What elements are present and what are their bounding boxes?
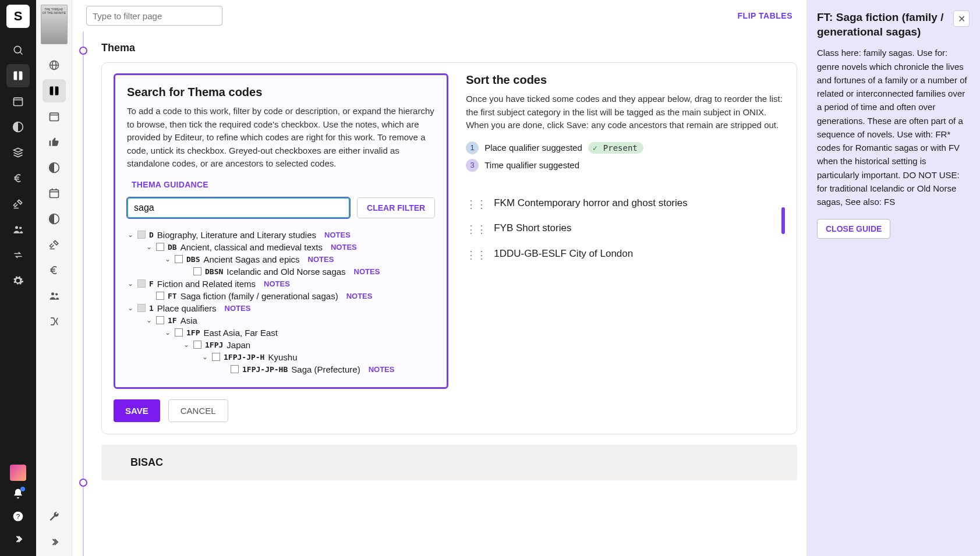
notes-link[interactable]: NOTES bbox=[264, 279, 290, 288]
assigned-code-text: FYB Short stories bbox=[494, 222, 571, 234]
user-avatar[interactable] bbox=[10, 465, 26, 481]
help-icon[interactable]: ? bbox=[12, 511, 24, 525]
tree-checkbox[interactable] bbox=[212, 353, 220, 361]
book-icon[interactable] bbox=[6, 64, 30, 87]
chevron-down-icon[interactable]: ⌄ bbox=[127, 304, 134, 312]
qualifier-text: Time qualifier suggested bbox=[484, 160, 579, 170]
flip-tables-button[interactable]: FLIP TABLES bbox=[738, 11, 793, 20]
contrast-icon-2[interactable] bbox=[43, 156, 66, 179]
tree-checkbox[interactable] bbox=[231, 365, 239, 373]
svg-point-5 bbox=[15, 226, 18, 229]
notes-link[interactable]: NOTES bbox=[331, 243, 357, 252]
expand-icon[interactable] bbox=[12, 533, 24, 548]
section-title-thema: Thema bbox=[101, 31, 797, 62]
assigned-code-text: 1DDU-GB-ESLF City of London bbox=[494, 248, 633, 260]
tree-checkbox[interactable] bbox=[156, 292, 164, 300]
section-title-bisac: BISAC bbox=[130, 456, 797, 469]
notes-link[interactable]: NOTES bbox=[369, 365, 395, 374]
tree-checkbox[interactable] bbox=[156, 243, 164, 251]
thema-guidance-link[interactable]: THEMA GUIDANCE bbox=[127, 180, 208, 189]
svg-point-0 bbox=[14, 46, 21, 53]
assigned-code-row[interactable]: ⋮⋮FYB Short stories bbox=[466, 217, 785, 242]
notes-link[interactable]: NOTES bbox=[346, 292, 373, 300]
tree-code: D bbox=[149, 231, 154, 239]
gavel-icon[interactable] bbox=[6, 192, 30, 215]
tree-row: ⌄ 1FP East Asia, Far East bbox=[127, 327, 435, 339]
globe-icon[interactable] bbox=[43, 54, 66, 77]
qualifier-row-time: 3 Time qualifier suggested bbox=[466, 159, 785, 172]
book-thumbnail[interactable] bbox=[41, 5, 68, 44]
chevron-down-icon[interactable]: ⌄ bbox=[164, 255, 171, 263]
merge-icon[interactable] bbox=[43, 310, 66, 333]
svg-text:?: ? bbox=[16, 512, 20, 520]
assigned-code-row[interactable]: ⋮⋮1DDU-GB-ESLF City of London bbox=[466, 242, 785, 268]
tree-row: 1FPJ-JP-HB Saga (Prefecture)NOTES bbox=[127, 363, 435, 376]
transfer-icon[interactable] bbox=[6, 243, 30, 267]
contrast-icon-3[interactable] bbox=[43, 207, 66, 231]
tree-checkbox[interactable] bbox=[175, 328, 183, 337]
drag-handle-icon[interactable]: ⋮⋮ bbox=[466, 222, 487, 236]
layers-icon[interactable] bbox=[6, 141, 30, 164]
gavel-icon-2[interactable] bbox=[43, 233, 66, 256]
chevron-down-icon[interactable]: ⌄ bbox=[183, 341, 190, 349]
contrast-icon[interactable] bbox=[6, 115, 30, 139]
calendar-icon[interactable] bbox=[6, 90, 30, 113]
gear-icon[interactable] bbox=[6, 269, 30, 292]
tree-checkbox[interactable] bbox=[193, 341, 201, 349]
chevron-down-icon[interactable]: ⌄ bbox=[146, 243, 153, 251]
cancel-button[interactable]: CANCEL bbox=[168, 399, 228, 422]
page-filter-input[interactable] bbox=[86, 6, 222, 26]
book-open-icon[interactable] bbox=[43, 79, 66, 102]
thema-card: Search for Thema codes To add a code to … bbox=[101, 62, 797, 434]
tree-row: ⌄ DB Ancient, classical and medieval tex… bbox=[127, 241, 435, 253]
date-range-icon[interactable] bbox=[43, 182, 66, 205]
euro-icon-2[interactable] bbox=[43, 258, 66, 282]
selection-indicator bbox=[781, 207, 785, 234]
tree-checkbox[interactable] bbox=[193, 267, 201, 275]
tree-code: DB bbox=[168, 243, 177, 252]
notes-link[interactable]: NOTES bbox=[225, 304, 251, 313]
tree-label: Ancient, classical and medieval texts bbox=[181, 242, 323, 252]
topbar: FLIP TABLES bbox=[72, 0, 806, 31]
tree-label: Saga (Prefecture) bbox=[291, 364, 360, 374]
thema-filter-input[interactable] bbox=[127, 197, 350, 218]
chevron-down-icon[interactable]: ⌄ bbox=[164, 328, 171, 337]
app-logo[interactable]: S bbox=[6, 5, 30, 28]
qualifier-badge: 3 bbox=[466, 159, 479, 172]
people-icon[interactable] bbox=[6, 218, 30, 241]
euro-icon[interactable] bbox=[6, 167, 30, 190]
svg-rect-12 bbox=[49, 113, 58, 121]
search-icon[interactable] bbox=[6, 38, 30, 62]
notes-link[interactable]: NOTES bbox=[324, 231, 351, 239]
close-icon[interactable]: ✕ bbox=[953, 10, 970, 27]
notes-link[interactable]: NOTES bbox=[354, 267, 380, 276]
tree-code: 1 bbox=[149, 304, 154, 313]
collapse-icon[interactable] bbox=[43, 530, 66, 554]
chevron-down-icon[interactable]: ⌄ bbox=[127, 231, 134, 239]
tree-checkbox[interactable] bbox=[156, 316, 164, 324]
notifications-icon[interactable] bbox=[12, 488, 24, 502]
svg-rect-2 bbox=[14, 98, 23, 105]
chevron-down-icon[interactable]: ⌄ bbox=[201, 353, 208, 361]
svg-rect-15 bbox=[49, 190, 58, 197]
thumbs-up-icon[interactable] bbox=[43, 130, 66, 154]
chevron-down-icon[interactable]: ⌄ bbox=[127, 279, 134, 288]
date-icon[interactable] bbox=[43, 105, 66, 128]
clear-filter-button[interactable]: CLEAR FILTER bbox=[357, 197, 435, 218]
notes-link[interactable]: NOTES bbox=[308, 255, 334, 264]
drag-handle-icon[interactable]: ⋮⋮ bbox=[466, 248, 487, 262]
chevron-down-icon[interactable]: ⌄ bbox=[146, 316, 153, 324]
primary-nav: S bbox=[0, 0, 36, 556]
tree-checkbox[interactable] bbox=[175, 255, 183, 263]
close-guide-button[interactable]: CLOSE GUIDE bbox=[817, 219, 890, 239]
wrench-icon[interactable] bbox=[43, 505, 66, 528]
tree-code: F bbox=[149, 279, 154, 288]
drag-handle-icon[interactable]: ⋮⋮ bbox=[466, 197, 487, 211]
sort-heading: Sort the codes bbox=[466, 73, 785, 87]
people-icon-2[interactable] bbox=[43, 284, 66, 307]
tree-row: ⌄ F Fiction and Related itemsNOTES bbox=[127, 278, 435, 290]
assigned-code-row[interactable]: ⋮⋮FKM Contemporary horror and ghost stor… bbox=[466, 192, 785, 217]
tree-code: DBS bbox=[186, 255, 200, 264]
save-button[interactable]: SAVE bbox=[114, 399, 160, 422]
tree-code: 1FPJ-JP-H bbox=[224, 353, 264, 362]
